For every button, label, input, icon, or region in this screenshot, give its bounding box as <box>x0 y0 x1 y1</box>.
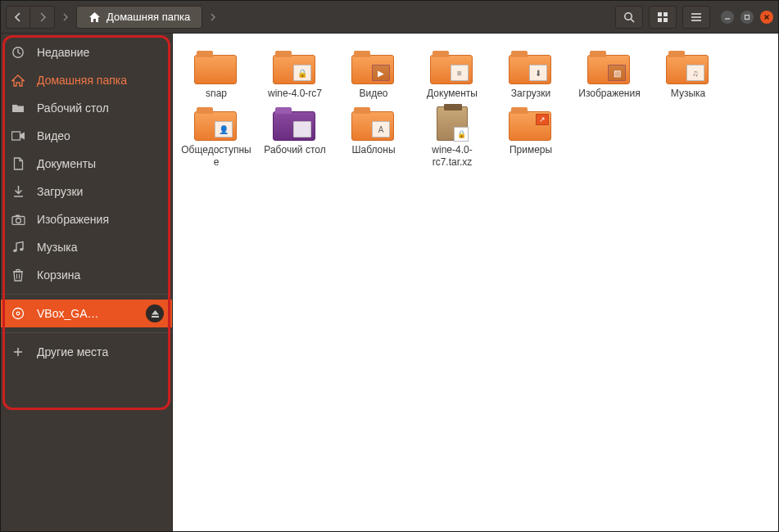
forward-button[interactable] <box>30 6 55 29</box>
folder-item[interactable]: A Шаблоны <box>338 103 409 169</box>
sidebar-item[interactable]: VBox_GA… <box>1 300 172 327</box>
sidebar-item[interactable]: Документы <box>1 150 172 178</box>
video-icon <box>11 131 25 141</box>
archive-icon: 🔒 <box>437 106 468 141</box>
sidebar: Недавние Домашняя папка Рабочий стол Вид… <box>1 34 173 531</box>
folder-item[interactable]: Рабочий стол <box>260 103 330 169</box>
sidebar-item[interactable]: Рабочий стол <box>1 94 172 122</box>
icon-wrapper <box>194 47 238 84</box>
sidebar-item[interactable]: Загрузки <box>1 178 172 205</box>
folder-item[interactable]: ▶ Видео <box>338 47 409 100</box>
emblem-icon: ⬇ <box>529 65 547 81</box>
emblem-icon: ♫ <box>686 65 704 81</box>
folder-item[interactable]: ↗ Примеры <box>496 103 566 169</box>
svg-rect-4 <box>658 18 662 22</box>
doc-icon <box>11 157 25 170</box>
chevron-right-icon <box>211 13 215 21</box>
svg-point-20 <box>20 248 23 251</box>
svg-rect-5 <box>664 18 668 22</box>
item-label: Изображения <box>578 88 640 100</box>
item-label: Документы <box>427 88 478 100</box>
icon-wrapper <box>273 103 317 141</box>
svg-point-17 <box>16 218 20 223</box>
sidebar-item[interactable]: Музыка <box>1 233 172 261</box>
sidebar-divider <box>1 332 172 333</box>
folder-item[interactable]: ≡ Документы <box>417 47 487 100</box>
folder-icon <box>194 55 237 84</box>
minimize-button[interactable] <box>721 11 734 24</box>
sidebar-item[interactable]: Недавние <box>1 38 172 66</box>
item-label: wine-4.0-rc7.tar.xz <box>417 144 487 169</box>
item-label: Музыка <box>671 88 705 100</box>
icon-wrapper: ♫ <box>666 47 710 84</box>
sidebar-item-label: Музыка <box>37 241 162 254</box>
svg-rect-10 <box>745 15 750 19</box>
folder-item[interactable]: ♫ Музыка <box>653 47 723 100</box>
sidebar-divider <box>1 294 172 295</box>
view-mode-button[interactable] <box>649 6 677 29</box>
svg-point-25 <box>13 309 24 319</box>
home-icon <box>88 11 101 23</box>
folder-item[interactable]: snap <box>181 47 251 100</box>
sidebar-item-label: Рабочий стол <box>37 101 162 115</box>
sidebar-item-label: Изображения <box>37 213 162 226</box>
sidebar-item-label: Документы <box>37 157 162 170</box>
clock-icon <box>11 46 25 59</box>
svg-rect-14 <box>11 132 20 140</box>
emblem-icon: 👤 <box>215 121 233 138</box>
sidebar-item-label: Домашняя папка <box>37 74 162 87</box>
sidebar-item[interactable]: Видео <box>1 122 172 150</box>
folder-icon: A <box>351 111 394 141</box>
folder-item[interactable]: ⬇ Загрузки <box>496 47 566 100</box>
eject-button[interactable] <box>146 304 164 322</box>
svg-point-0 <box>625 12 632 19</box>
sidebar-item-label: Корзина <box>37 268 162 282</box>
item-label: Шаблоны <box>351 144 395 156</box>
svg-rect-18 <box>16 214 20 217</box>
shortcut-emblem-icon: ↗ <box>536 114 549 125</box>
icon-wrapper: ⬇ <box>509 47 553 84</box>
folder-icon: ⬇ <box>509 55 551 84</box>
maximize-button[interactable] <box>741 11 754 24</box>
folder-icon: ≡ <box>430 55 473 84</box>
folder-icon: ↗ <box>509 111 551 141</box>
icon-wrapper: ≡ <box>430 47 474 84</box>
folder-icon <box>11 102 25 114</box>
sidebar-item-label: Недавние <box>37 46 162 59</box>
folder-item[interactable]: 👤 Общедоступные <box>181 103 251 169</box>
back-button[interactable] <box>6 6 30 29</box>
folder-item[interactable]: ▧ Изображения <box>574 47 645 100</box>
menu-button[interactable] <box>682 6 710 29</box>
emblem-icon <box>293 121 311 138</box>
content-area[interactable]: snap 🔒 wine-4.0-rc7 ▶ Видео ≡ Документы … <box>173 34 778 531</box>
minimize-icon <box>724 14 731 20</box>
svg-rect-22 <box>16 270 20 273</box>
titlebar: Домашняя папка <box>1 1 778 34</box>
music-icon <box>11 241 25 254</box>
path-home-chip[interactable]: Домашняя папка <box>76 6 202 29</box>
chevron-left-icon <box>15 12 21 22</box>
sidebar-item[interactable]: Корзина <box>1 261 172 289</box>
item-label: Загрузки <box>511 88 550 100</box>
emblem-icon: ▶ <box>372 65 390 81</box>
folder-item[interactable]: 🔒 wine-4.0-rc7 <box>260 47 330 100</box>
archive-item[interactable]: 🔒 wine-4.0-rc7.tar.xz <box>417 103 487 169</box>
svg-line-1 <box>631 19 634 22</box>
folder-icon: ♫ <box>666 55 709 84</box>
close-button[interactable] <box>760 11 773 24</box>
icon-wrapper: 🔒 <box>430 103 474 141</box>
plus-icon <box>11 346 25 358</box>
folder-icon: 👤 <box>194 111 237 141</box>
body: Недавние Домашняя папка Рабочий стол Вид… <box>1 34 778 531</box>
search-button[interactable] <box>615 6 643 29</box>
item-label: Видео <box>359 88 387 100</box>
svg-point-26 <box>16 312 20 315</box>
item-label: Общедоступные <box>181 144 251 169</box>
item-label: snap <box>206 88 227 100</box>
path-label: Домашняя папка <box>106 11 190 23</box>
sidebar-item[interactable]: Другие места <box>1 338 172 366</box>
svg-rect-27 <box>152 316 159 318</box>
sidebar-item[interactable]: Изображения <box>1 205 172 233</box>
sidebar-item[interactable]: Домашняя папка <box>1 66 172 94</box>
icon-wrapper: 🔒 <box>273 47 317 84</box>
